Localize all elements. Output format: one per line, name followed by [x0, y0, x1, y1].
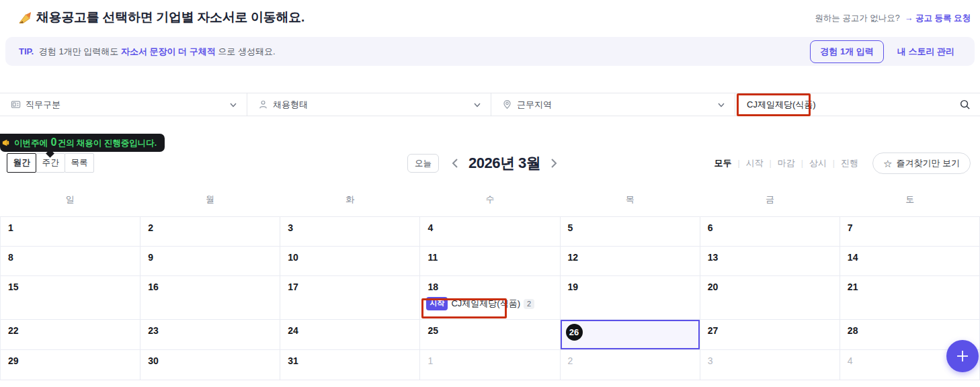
day-cell[interactable]: 15 [1, 276, 140, 320]
chevron-down-icon [717, 101, 725, 109]
day-cell[interactable]: 25 [420, 320, 560, 350]
register-posting-link[interactable]: → 공고 등록 요청 [905, 13, 971, 23]
favorites-only-button[interactable]: ☆ 즐겨찾기만 보기 [872, 153, 971, 174]
day-number: 30 [148, 355, 159, 366]
status-filter-deadline[interactable]: 마감 [772, 157, 801, 169]
day-number: 12 [568, 252, 579, 263]
star-icon: ☆ [883, 159, 892, 169]
day-number: 15 [8, 282, 19, 292]
day-cell-next-month[interactable]: 1 [420, 350, 560, 380]
day-number: 3 [708, 355, 713, 366]
day-cell[interactable]: 24 [280, 320, 420, 350]
employment-type-label: 채용형태 [273, 99, 473, 111]
megaphone-icon [1, 138, 11, 148]
day-number: 18 [427, 282, 438, 292]
day-number: 21 [848, 282, 858, 292]
add-button[interactable] [946, 340, 979, 372]
status-filter-group: 모두 | 시작 | 마감 | 상시 | 진행 ☆ 즐겨찾기만 보기 [708, 153, 971, 173]
tip-label: TIP. [19, 46, 34, 56]
location-pin-icon [502, 99, 512, 110]
person-icon [258, 99, 268, 110]
day-cell[interactable]: 7 [840, 217, 980, 247]
day-number: 28 [848, 325, 858, 336]
tip-text-before: 경험 1개만 입력해도 [39, 46, 121, 56]
employment-type-dropdown[interactable]: 채용형태 [247, 93, 491, 116]
tooltip-text-before: 이번주에 [14, 138, 50, 148]
plus-icon [955, 349, 970, 363]
day-cell[interactable]: 8 [1, 247, 140, 276]
day-cell[interactable]: 5 [561, 217, 700, 247]
writing-hand-icon [17, 10, 33, 26]
day-cell[interactable]: 9 [140, 247, 280, 276]
day-cell[interactable]: 31 [280, 350, 420, 380]
calendar-event[interactable]: 시작 CJ제일제당(식품) 2 [426, 297, 559, 310]
day-cell[interactable]: 17 [280, 276, 420, 320]
company-search-field [735, 93, 980, 116]
search-icon[interactable] [959, 99, 971, 110]
search-input[interactable] [746, 99, 959, 110]
id-card-icon [11, 99, 21, 110]
day-number: 17 [288, 282, 298, 292]
my-story-link[interactable]: 내 스토리 관리 [897, 46, 954, 58]
day-cell[interactable]: 21 [840, 276, 980, 320]
day-number: 16 [148, 282, 159, 292]
chevron-left-icon[interactable] [448, 156, 463, 171]
job-category-dropdown[interactable]: 직무구분 [0, 93, 247, 116]
day-number: 24 [288, 325, 298, 336]
chevron-right-icon[interactable] [546, 156, 561, 171]
tip-text-after: 으로 생성돼요. [218, 46, 275, 56]
day-cell[interactable]: 2 [140, 217, 280, 247]
day-cell[interactable]: 23 [140, 320, 280, 350]
today-button[interactable]: 오늘 [407, 154, 439, 173]
day-cell[interactable]: 13 [700, 247, 840, 276]
month-navigation: 오늘 2026년 3월 [407, 153, 562, 173]
day-cell[interactable]: 29 [1, 350, 140, 380]
view-list-button[interactable]: 목록 [65, 153, 94, 173]
day-cell[interactable]: 12 [561, 247, 700, 276]
day-cell-with-event[interactable]: 18 시작 CJ제일제당(식품) 2 [420, 276, 560, 320]
day-cell[interactable]: 30 [140, 350, 280, 380]
status-filter-always[interactable]: 상시 [803, 157, 833, 169]
day-cell[interactable]: 4 [420, 217, 560, 247]
day-number: 8 [8, 252, 13, 263]
day-cell[interactable]: 22 [1, 320, 140, 350]
day-cell[interactable]: 11 [420, 247, 560, 276]
favorites-only-label: 즐겨찾기만 보기 [896, 157, 960, 169]
enter-experience-button[interactable]: 경험 1개 입력 [810, 40, 883, 63]
day-number: 1 [427, 355, 433, 366]
day-cell[interactable]: 20 [700, 276, 840, 320]
status-filter-all[interactable]: 모두 [708, 157, 737, 169]
calendar-toolbar: 월간 주간 목록 오늘 2026년 3월 모두 | 시작 | 마감 | 상시 |… [0, 153, 980, 173]
day-cell[interactable]: 19 [561, 276, 700, 320]
day-number: 4 [848, 355, 853, 366]
work-region-label: 근무지역 [517, 99, 717, 111]
day-cell[interactable]: 27 [700, 320, 840, 350]
day-number: 19 [568, 282, 579, 292]
day-number: 20 [708, 282, 719, 292]
day-number: 29 [8, 355, 19, 366]
day-cell[interactable]: 16 [140, 276, 280, 320]
day-cell[interactable]: 3 [280, 217, 420, 247]
status-filter-ongoing[interactable]: 진행 [835, 157, 864, 169]
day-number: 10 [288, 252, 298, 263]
day-cell-next-month[interactable]: 2 [561, 350, 700, 380]
page-header: 채용공고를 선택하면 기업별 자소서로 이동해요. [17, 9, 304, 26]
job-calendar-page: 채용공고를 선택하면 기업별 자소서로 이동해요. 원하는 공고가 없나요? →… [0, 0, 980, 387]
status-filter-start[interactable]: 시작 [740, 157, 770, 169]
header-right: 원하는 공고가 없나요? → 공고 등록 요청 [815, 13, 971, 24]
day-cell[interactable]: 1 [1, 217, 140, 247]
day-number: 13 [708, 252, 719, 263]
weekday-tue: 화 [280, 194, 420, 206]
event-count-badge: 2 [524, 299, 534, 309]
day-cell[interactable]: 14 [840, 247, 980, 276]
view-monthly-button[interactable]: 월간 [7, 153, 36, 173]
weekday-fri: 금 [700, 194, 840, 206]
day-cell-next-month[interactable]: 3 [700, 350, 840, 380]
day-cell-today[interactable]: 26 [561, 320, 700, 350]
job-category-label: 직무구분 [26, 99, 229, 111]
day-cell[interactable]: 10 [280, 247, 420, 276]
tooltip-count: 0 [50, 136, 57, 148]
tooltip-text: 이번주에 0건의 채용이 진행중입니다. [14, 136, 157, 149]
work-region-dropdown[interactable]: 근무지역 [491, 93, 735, 116]
day-cell[interactable]: 6 [700, 217, 840, 247]
